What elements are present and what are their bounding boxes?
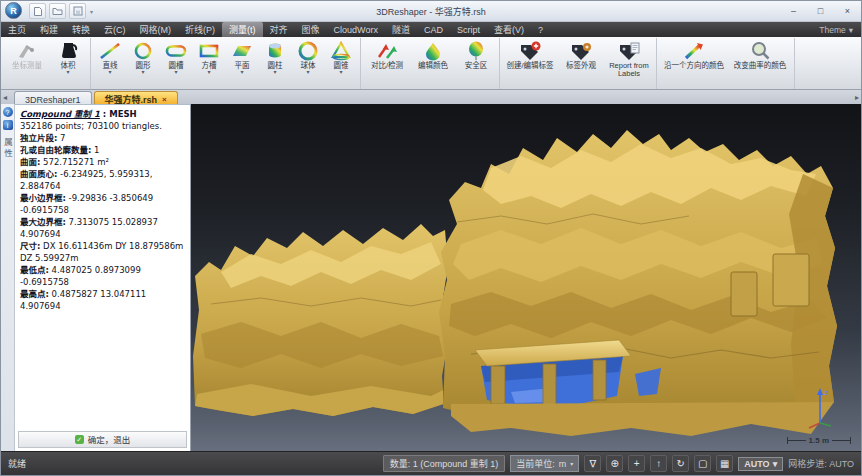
view-up-icon[interactable]: ↑	[650, 455, 667, 472]
scale-bar: 1.5 m	[787, 436, 851, 445]
property-line: 最高点: 0.4875827 13.047111 4.907694	[20, 288, 187, 312]
select-rect-icon[interactable]: ▢	[694, 455, 711, 472]
rotate-icon[interactable]: ↻	[672, 455, 689, 472]
properties-panel: Compound 重制 1 : MESH 352186 points; 7031…	[15, 104, 191, 451]
dropdown-arrow-icon[interactable]: ▾	[141, 70, 144, 75]
tab-construct[interactable]: 构建	[33, 22, 65, 37]
label-appearance-button[interactable]: 标签外观	[558, 39, 604, 77]
report-from-labels-button[interactable]: Report from Labels	[605, 39, 653, 77]
rectangle-shape-button[interactable]: 方槽 ▾	[193, 39, 225, 77]
property-line: 独立片段: 7	[20, 132, 187, 144]
measure-arm-icon	[16, 40, 38, 62]
dropdown-arrow-icon[interactable]: ▾	[339, 70, 342, 75]
chevron-down-icon: ▾	[773, 459, 778, 469]
tab-transform[interactable]: 转换	[65, 22, 97, 37]
panel-toggle-icon[interactable]: i	[3, 120, 13, 130]
tab-polyline[interactable]: 折线(P)	[178, 22, 222, 37]
tab-help[interactable]: ?	[531, 22, 550, 37]
cone-shape-button[interactable]: 圆锥 ▾	[325, 39, 357, 77]
dropdown-arrow-icon[interactable]: ▾	[306, 70, 309, 75]
line-shape-button[interactable]: 直线 ▾	[94, 39, 126, 77]
curvature-colors-button[interactable]: 改变曲率的颜色	[729, 39, 791, 77]
property-line: 孔或自由轮廓数量: 1	[20, 144, 187, 156]
create-edit-label-button[interactable]: 创建/编辑标签	[503, 39, 557, 77]
dropdown-arrow-icon[interactable]: ▾	[108, 70, 111, 75]
tab-measure-active[interactable]: 测量(t)	[222, 22, 263, 37]
mesh-title: Compound 重制 1 : MESH	[20, 108, 187, 120]
sphere-shape-button[interactable]: 球体 ▾	[292, 39, 324, 77]
coordinate-measure-button[interactable]: 坐标测量	[6, 39, 48, 77]
help-icon[interactable]: ?	[3, 107, 13, 117]
tab-view[interactable]: 查看(V)	[487, 22, 531, 37]
viewport-3d[interactable]: z 1.5 m	[191, 104, 861, 451]
app-window: R ▾ 3DReshaper - 华强方特.rsh – □ × 主页 构建 转换…	[0, 0, 862, 476]
tag-gear-icon	[569, 40, 593, 62]
dropdown-arrow-icon[interactable]: ▾	[207, 70, 210, 75]
cylinder-icon	[263, 40, 287, 62]
dropdown-arrow-icon[interactable]: ▾	[240, 70, 243, 75]
tab-home[interactable]: 主页	[1, 22, 33, 37]
tab-cloudworx[interactable]: CloudWorx	[327, 22, 385, 37]
grid-icon[interactable]: ▦	[716, 455, 733, 472]
slot-shape-button[interactable]: 圆槽 ▾	[160, 39, 192, 77]
rectangle-icon	[197, 40, 221, 62]
circle-shape-button[interactable]: 圆形 ▾	[127, 39, 159, 77]
close-button[interactable]: ×	[834, 1, 861, 21]
tab-tunnel[interactable]: 隧道	[385, 22, 417, 37]
confirm-exit-button[interactable]: ✓ 确定，退出	[18, 431, 187, 448]
mesh-model	[191, 104, 862, 453]
plane-icon	[230, 40, 254, 62]
plane-shape-button[interactable]: 平面 ▾	[226, 39, 258, 77]
qat-customize-icon[interactable]: ▾	[90, 8, 93, 15]
tab-align[interactable]: 对齐	[263, 22, 295, 37]
property-line: 最低点: 4.487025 0.8973099 -0.6915758	[20, 264, 187, 288]
tab-script[interactable]: Script	[450, 22, 487, 37]
move-icon[interactable]: +	[628, 455, 645, 472]
close-tab-icon[interactable]: ×	[162, 95, 167, 104]
slot-icon	[164, 40, 188, 62]
axis-indicator: z	[799, 383, 839, 429]
ribbon: 坐标测量 体积 ▾ 直线 ▾ 圆形 ▾ 圆	[1, 37, 861, 90]
tab-scroll-left-icon[interactable]: ◂	[3, 93, 7, 102]
line-icon	[98, 40, 122, 62]
dropdown-arrow-icon[interactable]: ▾	[174, 70, 177, 75]
save-icon[interactable]	[69, 3, 86, 19]
minimize-button[interactable]: –	[780, 1, 807, 21]
ribbon-group-colors: 沿一个方向的颜色 改变曲率的颜色	[657, 38, 795, 89]
tab-cad[interactable]: CAD	[417, 22, 450, 37]
dropdown-arrow-icon[interactable]: ▾	[66, 70, 69, 75]
new-file-icon[interactable]	[29, 3, 46, 19]
selection-count-badge: 数量: 1 (Compound 重制 1)	[383, 455, 506, 472]
zoom-center-icon[interactable]: ⊕	[606, 455, 623, 472]
tab-image[interactable]: 图像	[295, 22, 327, 37]
color-along-direction-button[interactable]: 沿一个方向的颜色	[660, 39, 728, 77]
z-axis-label: z	[824, 388, 828, 397]
unit-selector[interactable]: 当前单位: m ▾	[510, 455, 579, 472]
magnifier-icon	[749, 40, 771, 62]
left-icon-strip: ? i 属性	[1, 104, 15, 451]
quick-access-toolbar: ▾	[29, 3, 93, 19]
cylinder-shape-button[interactable]: 圆柱 ▾	[259, 39, 291, 77]
balloon-icon	[467, 40, 485, 62]
compare-inspect-button[interactable]: 对比/检测	[364, 39, 410, 77]
edit-colors-button[interactable]: 编辑颜色	[411, 39, 455, 77]
beaker-icon	[58, 40, 78, 62]
grid-step-label: 网格步进: AUTO	[788, 457, 854, 470]
security-zone-button[interactable]: 安全区	[456, 39, 496, 77]
app-logo-icon[interactable]: R	[5, 2, 22, 19]
scale-label: 1.5 m	[809, 436, 829, 445]
tab-cloud[interactable]: 云(C)	[97, 22, 133, 37]
tab-mesh[interactable]: 网格(M)	[133, 22, 179, 37]
dropdown-arrow-icon[interactable]: ▾	[273, 70, 276, 75]
property-line: 最大边界框: 7.313075 15.028937 4.907694	[20, 216, 187, 240]
status-bar: 就绪 数量: 1 (Compound 重制 1) 当前单位: m ▾ ∇ ⊕ +…	[1, 451, 861, 475]
properties-tab-label[interactable]: 属性	[2, 138, 14, 159]
maximize-button[interactable]: □	[807, 1, 834, 21]
ribbon-group-inspect: 对比/检测 编辑颜色 安全区	[361, 38, 500, 89]
tab-scroll-right-icon[interactable]: ▸	[855, 93, 859, 102]
volume-button[interactable]: 体积 ▾	[49, 39, 87, 77]
theme-selector[interactable]: Theme▾	[811, 22, 861, 37]
filter-icon[interactable]: ∇	[584, 455, 601, 472]
open-folder-icon[interactable]	[49, 3, 66, 19]
auto-render-selector[interactable]: AUTO ▾	[738, 457, 783, 471]
